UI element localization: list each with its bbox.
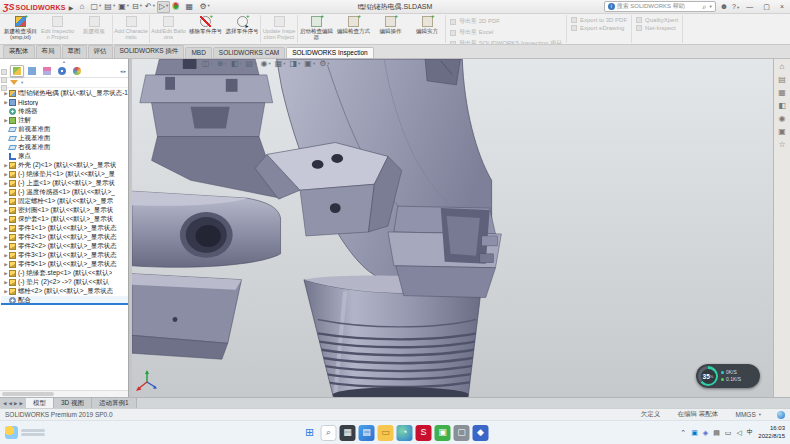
doc-tab-model[interactable]: 模型 xyxy=(26,398,54,408)
view-settings-icon[interactable]: ⚙▾ xyxy=(319,60,329,68)
net-inspect[interactable]: Net-Inspect xyxy=(636,25,678,31)
status-underdefined[interactable]: 欠定义▾ xyxy=(641,410,666,419)
defender-shield-icon[interactable]: ◈ xyxy=(703,429,708,436)
home-icon[interactable]: ⌂▾ xyxy=(78,1,88,13)
search-button[interactable]: ⌕ xyxy=(321,425,337,441)
status-editing-assembly[interactable]: 在编辑 装配体▾ xyxy=(677,410,723,419)
file-properties-icon[interactable]: ▦▾ xyxy=(185,1,198,13)
doc-tab-nav-arrow[interactable]: ◀ xyxy=(8,401,11,406)
help-search-box[interactable]: i 搜索 SOLIDWORKS 帮助 ⌕ ▾ xyxy=(604,1,716,12)
qualityxpert[interactable]: QualityXpert xyxy=(636,17,678,23)
tree-item[interactable]: ▶ 固定螺栓<1> (默认<<默认>_显示 xyxy=(1,197,128,206)
assembly-3d-model[interactable] xyxy=(132,59,773,397)
tab-layout[interactable]: 布局 xyxy=(36,45,61,58)
ime-indicator[interactable]: 中 xyxy=(747,428,754,437)
doc-tab-nav-arrow[interactable]: ▶ xyxy=(14,401,17,406)
solidworks-resources-icon[interactable]: ⌂ xyxy=(780,63,785,71)
tab-sketch[interactable]: 草图 xyxy=(62,45,87,58)
tab-scroll-arrows[interactable]: ◂▸ xyxy=(120,68,126,74)
tree-item[interactable]: ▶ 零件2<2> (默认<<默认>_显示状态 xyxy=(1,242,128,251)
custom-properties-icon[interactable]: ▣ xyxy=(778,128,786,136)
tree-item[interactable]: ▶ History xyxy=(1,98,128,107)
scrollbar-thumb[interactable] xyxy=(2,392,54,396)
tree-item[interactable]: ▶ (-) 上盖<1> (默认<<默认>_显示状 xyxy=(1,179,128,188)
touch-keyboard-icon[interactable]: ▤ xyxy=(713,429,720,436)
search-icon[interactable]: ⌕ xyxy=(703,3,707,11)
tree-item[interactable]: ▶ (-) 垫片 (2)<2> ->? (默认<<默认 xyxy=(1,278,128,287)
print-icon[interactable]: ⊟▾ xyxy=(131,1,143,13)
export-3d-pdf[interactable]: Export to 3D PDF xyxy=(571,17,627,23)
rail-icon[interactable] xyxy=(1,85,7,91)
widgets-button[interactable]: ▤ xyxy=(359,425,375,441)
display-style-icon[interactable]: ◉▾ xyxy=(260,60,270,68)
tree-horizontal-scrollbar[interactable] xyxy=(0,390,128,397)
status-units[interactable]: MMGS▾ xyxy=(736,411,762,418)
add-edit-balloons-button[interactable]: Add/Edit Balloons xyxy=(150,15,187,43)
zoom-area-icon[interactable]: ⊕▾ xyxy=(217,60,227,68)
tree-item[interactable]: ▶ 注解 xyxy=(1,116,128,125)
tree-item[interactable]: ▶ (-) 绝缘垫片<1> (默认<<默认>_显 xyxy=(1,170,128,179)
tree-item[interactable]: ▶ (-) 绝缘套.step<1> (默认<<默认> xyxy=(1,269,128,278)
tree-item[interactable]: ▶ 密封圈<1> (默认<<默认>_显示状 xyxy=(1,206,128,215)
close-button[interactable]: × xyxy=(777,3,787,10)
rail-icon[interactable] xyxy=(1,69,7,75)
tab-evaluate[interactable]: 评估 xyxy=(88,45,113,58)
view-palette-icon[interactable]: ◧ xyxy=(778,102,786,110)
tab-configuration-manager[interactable] xyxy=(40,65,54,77)
app-button-1[interactable]: ▣ xyxy=(435,425,451,441)
minimize-button[interactable]: — xyxy=(743,3,756,10)
app-button-3[interactable]: ◆ xyxy=(473,425,489,441)
restore-button[interactable]: ▢ xyxy=(760,3,773,11)
search-scope-icon[interactable]: i xyxy=(608,3,615,10)
rail-icon[interactable] xyxy=(1,77,7,83)
select-balloons-button[interactable]: 选择零件序号 xyxy=(224,15,261,43)
tree-item[interactable]: ▶ (-) 温度传感器<1> (默认<<默认>_ xyxy=(1,188,128,197)
tree-item[interactable]: ▶ 上视基准面 xyxy=(1,134,128,143)
tree-item[interactable]: ▶ 零件1<1> (默认<<默认>_显示状态 xyxy=(1,224,128,233)
tree-item[interactable]: ▶ 零件2<1> (默认<<默认>_显示状态 xyxy=(1,233,128,242)
tree-item[interactable]: ▶ 右视基准面 xyxy=(1,143,128,152)
zoom-fit-icon[interactable]: ◫▾ xyxy=(202,60,213,68)
edit-appearance-icon[interactable]: ◨▾ xyxy=(290,60,301,68)
tab-property-manager[interactable] xyxy=(25,65,39,77)
file-explorer-button[interactable]: ▭ xyxy=(378,425,394,441)
update-inspection-project-button[interactable]: Update Inspection Project xyxy=(261,15,298,43)
tree-item[interactable]: ▶ 原点 xyxy=(1,152,128,161)
onedrive-icon[interactable]: ▣ xyxy=(691,429,698,436)
new-template-button[interactable]: 新建模板 xyxy=(76,15,113,43)
add-characteristic-button[interactable]: Add Characteristic xyxy=(113,15,150,43)
edit-operations-button[interactable]: 编辑操作 xyxy=(372,15,409,43)
edit-methods-button[interactable]: 编辑检查方式 xyxy=(335,15,372,43)
options-icon[interactable]: ⚙▾ xyxy=(198,1,210,13)
tree-item[interactable]: ▶ 外壳 (2)<1> (默认<<默认>_显示状 xyxy=(1,161,128,170)
file-explorer-icon[interactable]: ▦ xyxy=(778,89,786,97)
solidworks-app-button[interactable]: S xyxy=(416,425,432,441)
edge-button[interactable]: ◔ xyxy=(397,425,413,441)
design-library-icon[interactable]: ▤ xyxy=(778,76,786,84)
forum-icon[interactable]: ☆ xyxy=(778,141,785,149)
undo-icon[interactable]: ↶▾ xyxy=(144,1,156,13)
doc-tab-3d-views[interactable]: 3D 视图 xyxy=(54,398,92,408)
tab-featuremanager-tree[interactable] xyxy=(10,65,24,77)
tree-item[interactable]: ▶ 传感器 xyxy=(1,107,128,116)
save-icon[interactable]: ▣▾ xyxy=(117,1,130,13)
tab-inspection[interactable]: SOLIDWORKS Inspection xyxy=(286,47,374,58)
doc-tab-nav-arrow[interactable]: ▶ xyxy=(19,401,22,406)
tree-filter-row[interactable]: ▾ xyxy=(0,78,128,88)
export-edrawing[interactable]: Export eDrawing xyxy=(571,25,627,31)
export-2d-pdf[interactable]: 导出至 2D PDF xyxy=(450,17,562,26)
search-caret-icon[interactable]: ▾ xyxy=(709,4,711,9)
open-file-icon[interactable]: ▤▾ xyxy=(103,1,116,13)
hide-show-items-icon[interactable]: ▦▾ xyxy=(275,60,286,68)
export-excel[interactable]: 导出至 Excel xyxy=(450,28,562,37)
tab-mbd[interactable]: MBD xyxy=(185,47,211,58)
tab-addins[interactable]: SOLIDWORKS 插件 xyxy=(114,45,185,58)
doc-tab-motion-study[interactable]: 运动算例1 xyxy=(92,398,137,408)
login-account-icon[interactable]: ☻ xyxy=(720,2,728,11)
rebuild-icon[interactable]: ◉▾ xyxy=(171,1,183,13)
task-view-button[interactable]: ▦ xyxy=(340,425,356,441)
display-icon[interactable]: ▭ xyxy=(725,429,732,436)
tab-assembly[interactable]: 装配体 xyxy=(3,45,35,58)
recorder-overlay[interactable]: 35% 0K/S 0.1K/S xyxy=(696,364,760,388)
select-icon[interactable]: ▷▾ xyxy=(157,1,170,13)
